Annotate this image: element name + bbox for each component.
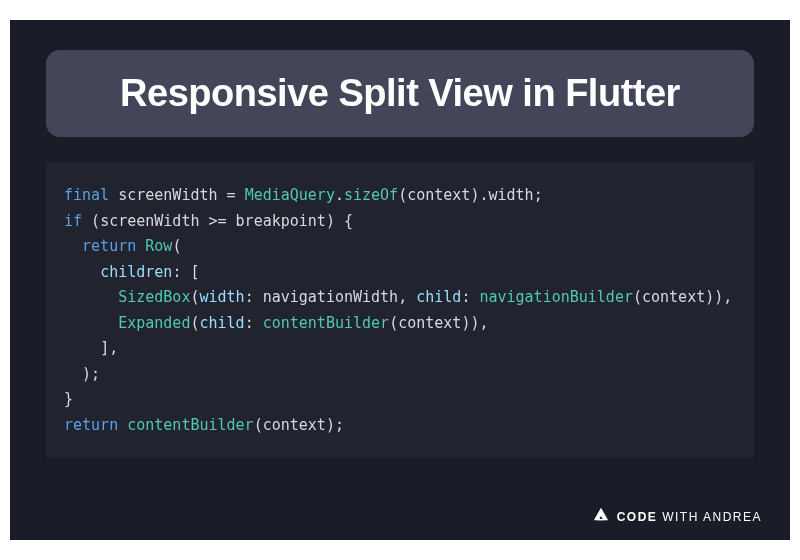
code-token: Row — [145, 237, 172, 255]
code-token — [64, 237, 82, 255]
brand-prefix: CODE — [617, 510, 658, 524]
code-token: width — [199, 288, 244, 306]
code-token — [64, 288, 118, 306]
code-token: ( — [254, 416, 263, 434]
code-token: navigationWidth — [263, 288, 398, 306]
code-token — [407, 288, 416, 306]
code-token: breakpoint — [236, 212, 326, 230]
title-pill: Responsive Split View in Flutter — [46, 50, 754, 137]
brand-suffix: WITH ANDREA — [662, 510, 762, 524]
code-token: ( — [633, 288, 642, 306]
code-token — [236, 186, 245, 204]
code-token: ( — [91, 212, 100, 230]
code-token: Expanded — [118, 314, 190, 332]
brand-logo-icon — [593, 507, 609, 526]
code-token: ) — [326, 416, 335, 434]
code-token — [64, 339, 100, 357]
code-token — [227, 212, 236, 230]
code-token — [199, 212, 208, 230]
code-token: return — [64, 416, 118, 434]
code-token: ) — [705, 288, 714, 306]
code-token: context — [263, 416, 326, 434]
code-token — [82, 212, 91, 230]
code-token: : — [245, 288, 254, 306]
code-token: [ — [190, 263, 199, 281]
code-token — [136, 237, 145, 255]
slide: Responsive Split View in Flutter final s… — [10, 20, 790, 540]
brand-footer: CODE WITH ANDREA — [593, 507, 762, 526]
code-token: ( — [398, 186, 407, 204]
code-token: , — [398, 288, 407, 306]
code-token: ) — [714, 288, 723, 306]
code-token — [218, 186, 227, 204]
slide-title: Responsive Split View in Flutter — [66, 72, 734, 115]
code-token: , — [723, 288, 732, 306]
code-token: sizeOf — [344, 186, 398, 204]
code-token: ); — [82, 365, 100, 383]
code-token: . — [335, 186, 344, 204]
code-block: final screenWidth = MediaQuery.sizeOf(co… — [46, 163, 754, 458]
code-token: screenWidth — [118, 186, 217, 204]
code-token: ( — [172, 237, 181, 255]
code-token: context — [407, 186, 470, 204]
code-token: { — [344, 212, 353, 230]
code-token — [64, 365, 82, 383]
code-token: children — [100, 263, 172, 281]
code-token — [335, 212, 344, 230]
code-token — [118, 416, 127, 434]
code-token: = — [227, 186, 236, 204]
code-token: if — [64, 212, 82, 230]
code-token: SizedBox — [118, 288, 190, 306]
code-token: context — [642, 288, 705, 306]
code-token: final — [64, 186, 109, 204]
code-token — [64, 314, 118, 332]
code-token: : — [245, 314, 254, 332]
code-token — [254, 288, 263, 306]
code-token: return — [82, 237, 136, 255]
brand-text: CODE WITH ANDREA — [617, 510, 762, 524]
code-token: navigationBuilder — [479, 288, 633, 306]
code-token — [254, 314, 263, 332]
code-token: ) — [326, 212, 335, 230]
code-token: ( — [389, 314, 398, 332]
code-token: child — [199, 314, 244, 332]
code-token: ], — [100, 339, 118, 357]
code-token: ; — [534, 186, 543, 204]
code-token: contentBuilder — [263, 314, 389, 332]
code-token: >= — [209, 212, 227, 230]
code-token: ; — [335, 416, 344, 434]
code-token — [64, 263, 100, 281]
code-token: context — [398, 314, 461, 332]
code-token: contentBuilder — [127, 416, 253, 434]
code-token: width — [488, 186, 533, 204]
code-token: screenWidth — [100, 212, 199, 230]
code-token: MediaQuery — [245, 186, 335, 204]
code-token: child — [416, 288, 461, 306]
code-token: } — [64, 390, 73, 408]
code-token — [109, 186, 118, 204]
code-token: , — [479, 314, 488, 332]
